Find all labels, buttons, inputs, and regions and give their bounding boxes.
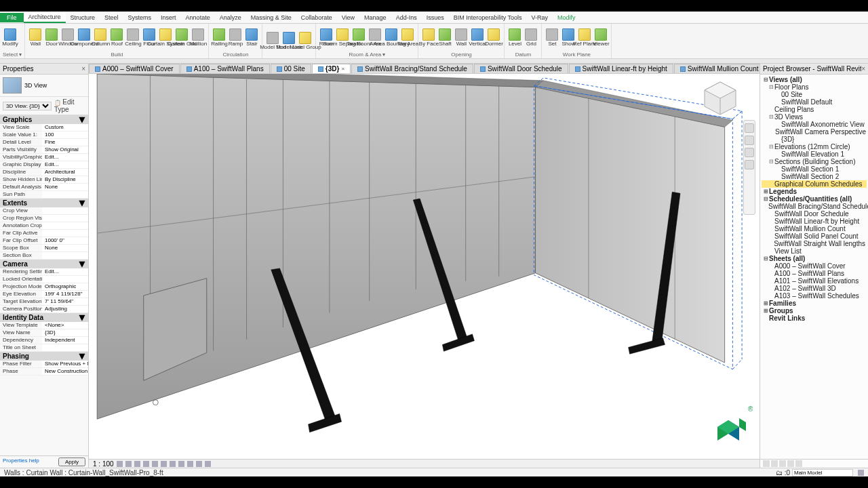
- tree-item[interactable]: SwiftWall Mullion Count: [762, 225, 867, 232]
- close-icon[interactable]: ×: [81, 65, 85, 73]
- browser-footer-icon[interactable]: [779, 460, 786, 467]
- ribbon-button-tag-area[interactable]: Tag Area: [400, 28, 415, 47]
- property-value[interactable]: {3D}: [42, 329, 88, 336]
- ribbon-tab-insert[interactable]: Insert: [156, 13, 181, 22]
- rendering-icon[interactable]: [152, 461, 158, 467]
- ribbon-button-model-group[interactable]: Model Group: [298, 31, 313, 51]
- instance-filter-select[interactable]: 3D View: {3D}: [3, 102, 52, 110]
- property-section-header[interactable]: Camera⯆: [0, 260, 88, 268]
- visual-style-icon[interactable]: [125, 461, 132, 467]
- property-value[interactable]: <None>: [42, 322, 88, 329]
- tree-item[interactable]: SwiftWall Camera Perspective: [762, 128, 867, 136]
- tree-toggle-icon[interactable]: ⊟: [768, 158, 774, 165]
- tree-item[interactable]: SwiftWall Section 2: [762, 173, 867, 180]
- tree-item[interactable]: {3D}: [762, 136, 867, 143]
- tree-item[interactable]: ⊞Groups: [762, 307, 867, 314]
- ribbon-button-ceiling[interactable]: Ceiling: [125, 28, 140, 47]
- ribbon-button-by-face[interactable]: By Face: [421, 28, 436, 47]
- ribbon-button-wall[interactable]: Wall: [28, 28, 43, 47]
- ribbon-tab-massing-site[interactable]: Massing & Site: [246, 13, 296, 22]
- ribbon-tab-structure[interactable]: Structure: [66, 13, 100, 22]
- property-value[interactable]: Orthographic: [42, 283, 88, 290]
- steering-wheel-icon[interactable]: [745, 123, 754, 133]
- ribbon-button-tag-room[interactable]: Tag Room: [351, 28, 366, 47]
- property-value[interactable]: None: [42, 184, 88, 190]
- property-value[interactable]: Architectural: [42, 169, 88, 176]
- tree-item[interactable]: ⊞Legends: [762, 188, 867, 195]
- ribbon-tab-issues[interactable]: Issues: [422, 13, 449, 22]
- tree-item[interactable]: A102 – SwiftWall 3D: [762, 285, 867, 292]
- view-cube[interactable]: [702, 79, 739, 117]
- property-value[interactable]: [42, 222, 88, 229]
- tree-toggle-icon[interactable]: ⊟: [763, 195, 769, 203]
- tree-item[interactable]: Ceiling Plans: [762, 106, 867, 113]
- property-value[interactable]: [42, 207, 88, 214]
- ribbon-button-ramp[interactable]: Ramp: [228, 28, 243, 47]
- tree-item[interactable]: ⊟Elevations (12mm Circle): [762, 143, 867, 150]
- properties-help-link[interactable]: Properties help: [3, 458, 39, 466]
- tree-item[interactable]: View List: [762, 247, 867, 255]
- tree-item[interactable]: SwiftWall Solid Panel Count: [762, 232, 867, 240]
- tree-item[interactable]: ⊟Sheets (all): [762, 255, 867, 262]
- tree-item[interactable]: ⊟Floor Plans: [762, 83, 867, 91]
- ribbon-button-vertical[interactable]: Vertical: [470, 28, 485, 47]
- tree-item[interactable]: Graphical Column Schedules: [762, 180, 867, 188]
- ribbon-button-wall[interactable]: Wall: [454, 28, 469, 47]
- ribbon-button-roof[interactable]: Roof: [109, 28, 124, 47]
- apply-button[interactable]: Apply: [58, 458, 85, 466]
- view-tab[interactable]: A100 – SwiftWall Plans: [180, 64, 270, 73]
- crop-region-icon[interactable]: [170, 461, 176, 467]
- property-value[interactable]: Show Original: [42, 146, 88, 153]
- tree-item[interactable]: SwiftWall Default: [762, 98, 867, 106]
- tree-item[interactable]: ⊞Families: [762, 300, 867, 307]
- close-icon[interactable]: ×: [341, 66, 344, 72]
- ribbon-button-ref-plane[interactable]: Ref Plane: [577, 28, 592, 47]
- tree-toggle-icon[interactable]: ⊞: [763, 307, 769, 314]
- property-value[interactable]: [42, 252, 88, 259]
- unlock-icon[interactable]: [178, 461, 184, 467]
- pan-icon[interactable]: [745, 136, 754, 145]
- type-selector[interactable]: 3D View: [0, 75, 88, 97]
- browser-footer-icon[interactable]: [763, 460, 770, 467]
- property-section-header[interactable]: Graphics⯆: [0, 115, 88, 124]
- property-value[interactable]: Independent: [42, 337, 88, 344]
- ribbon-button-stair[interactable]: Stair: [244, 28, 259, 47]
- tree-toggle-icon[interactable]: ⊟: [763, 255, 769, 262]
- tree-item[interactable]: ⊟Sections (Building Section): [762, 158, 867, 165]
- property-section-header[interactable]: Extents⯆: [0, 199, 88, 207]
- ribbon-button-modify[interactable]: Modify: [3, 28, 18, 47]
- ribbon-tab-annotate[interactable]: Annotate: [181, 13, 215, 22]
- ribbon-tab-steel[interactable]: Steel: [100, 13, 123, 22]
- 3d-viewport[interactable]: ®: [89, 74, 760, 459]
- ribbon-tab-systems[interactable]: Systems: [123, 13, 157, 22]
- property-section-header[interactable]: Identity Data⯆: [0, 313, 88, 322]
- tree-item[interactable]: A000 – SwiftWall Cover: [762, 262, 867, 270]
- property-value[interactable]: By Discipline: [42, 176, 88, 183]
- ribbon-tab-view[interactable]: View: [337, 13, 359, 22]
- crop-view-icon[interactable]: [161, 461, 167, 467]
- property-value[interactable]: Show Previous + New: [42, 361, 88, 367]
- property-section-header[interactable]: Phasing⯆: [0, 352, 88, 361]
- view-tab[interactable]: SwiftWall Door Schedule: [474, 64, 568, 73]
- ribbon-button-level[interactable]: Level: [507, 28, 522, 47]
- tree-toggle-icon[interactable]: ⊟: [768, 113, 774, 121]
- ribbon-tab-modify[interactable]: Modify: [553, 13, 580, 22]
- view-tab[interactable]: SwiftWall Linear-ft by Height: [569, 64, 673, 73]
- ribbon-button-grid[interactable]: Grid: [524, 28, 538, 47]
- ribbon-button-component[interactable]: Component: [77, 28, 92, 47]
- browser-footer-icon[interactable]: [795, 460, 802, 467]
- tree-item[interactable]: A100 – SwiftWall Plans: [762, 270, 867, 277]
- browser-tree[interactable]: ⊟Views (all)⊟Floor Plans00 SiteSwiftWall…: [760, 75, 868, 459]
- tree-item[interactable]: ⊟Views (all): [762, 76, 867, 83]
- ribbon-tab-architecture[interactable]: Architecture: [24, 12, 66, 23]
- view-scale-label[interactable]: 1 : 100: [93, 460, 114, 468]
- property-value[interactable]: [42, 230, 88, 237]
- ribbon-button-set[interactable]: Set: [545, 28, 559, 47]
- property-value[interactable]: 100: [42, 131, 88, 138]
- tree-item[interactable]: SwiftWall Linear-ft by Height: [762, 218, 867, 225]
- orbit-icon[interactable]: [745, 160, 754, 169]
- ribbon-tab-file[interactable]: File: [0, 13, 24, 22]
- tree-item[interactable]: SwiftWall Straight Wall lengths: [762, 240, 867, 247]
- selection-count-icon[interactable]: 🗂 :0: [776, 469, 790, 476]
- tree-item[interactable]: SwiftWall Axonometric View: [762, 121, 867, 128]
